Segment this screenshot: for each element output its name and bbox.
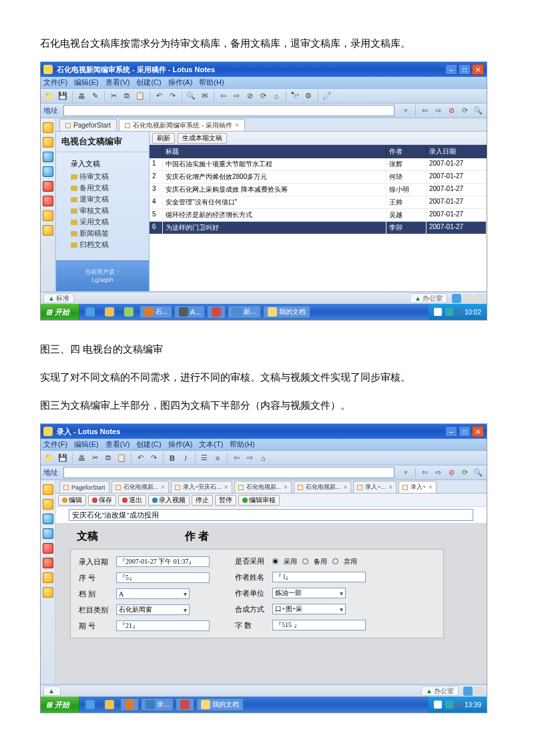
addr-back-icon[interactable]: ⇦: [419, 467, 431, 479]
refresh-button[interactable]: 刷新: [152, 133, 175, 144]
edit-button[interactable]: 编辑: [58, 495, 86, 506]
activity-db4-icon[interactable]: [43, 225, 53, 236]
back-icon[interactable]: ⇦: [217, 90, 229, 102]
quicklaunch[interactable]: [120, 305, 138, 319]
tray-icon[interactable]: [434, 701, 442, 709]
copy-icon[interactable]: ⧉: [102, 452, 114, 464]
addr-fwd-icon[interactable]: ⇨: [432, 467, 444, 479]
align-left-icon[interactable]: ☰: [198, 452, 210, 464]
close-button[interactable]: ✕: [472, 426, 484, 437]
tool-icon[interactable]: ✎: [89, 90, 101, 102]
text-input[interactable]: 『2007-01-27 下午 01:37』: [116, 556, 210, 567]
radio-option[interactable]: [332, 558, 338, 564]
text-input[interactable]: 『 l』: [272, 572, 366, 582]
status-left[interactable]: ▲: [43, 686, 61, 696]
italic-icon[interactable]: I: [180, 452, 192, 464]
nav-item-review[interactable]: 审核文稿: [60, 205, 145, 216]
menu-action[interactable]: 操作(A): [168, 439, 193, 449]
exit-button[interactable]: 退出: [118, 495, 146, 506]
nav-item-pending[interactable]: 待审文稿: [60, 171, 145, 182]
menu-create[interactable]: 创建(C): [136, 77, 161, 87]
start-button[interactable]: ⊞开始: [41, 304, 79, 320]
nav-item-rejected[interactable]: 退审文稿: [60, 194, 145, 205]
table-row[interactable]: 5循环经济是新的经济增长方式吴越2007-01-27: [150, 209, 487, 222]
redo-icon[interactable]: ↷: [148, 452, 160, 464]
home-icon[interactable]: ⌂: [270, 90, 282, 102]
nav-item-backup[interactable]: 备用文稿: [60, 182, 145, 194]
task-app[interactable]: [207, 305, 226, 319]
undo-icon[interactable]: ↶: [153, 90, 165, 102]
text-input[interactable]: 『21』: [116, 620, 210, 631]
menu-action[interactable]: 操作(A): [168, 77, 193, 87]
task-docs[interactable]: 我的文档: [263, 305, 310, 319]
activity-calendar-icon[interactable]: [43, 152, 53, 162]
attach-icon[interactable]: 🧷: [321, 90, 333, 102]
addr-back-icon[interactable]: ⇦: [419, 105, 431, 117]
address-input[interactable]: [63, 467, 394, 478]
menu-view[interactable]: 查看(V): [105, 77, 130, 87]
task-docs[interactable]: 我的文档: [196, 698, 244, 711]
bold-icon[interactable]: B: [166, 452, 178, 464]
headline-input[interactable]: 安庆石化"油改煤"成功投用: [69, 509, 473, 521]
address-input[interactable]: [63, 105, 394, 116]
paste-icon[interactable]: 📋: [115, 452, 127, 464]
activity-icon[interactable]: [43, 499, 53, 510]
status-right[interactable]: ▲办公室: [421, 686, 459, 696]
tab-pageforstart[interactable]: PageforStart: [59, 481, 109, 493]
activity-mail-icon[interactable]: [43, 137, 53, 148]
search-icon[interactable]: 🔍: [185, 90, 197, 102]
menu-view[interactable]: 查看(V): [105, 439, 130, 449]
text-input[interactable]: 『5』: [116, 572, 210, 583]
stop-icon[interactable]: ⊘: [244, 90, 256, 102]
menu-edit[interactable]: 编辑(E): [74, 439, 99, 449]
maximize-button[interactable]: □: [459, 64, 471, 75]
maximize-button[interactable]: □: [459, 426, 471, 437]
paste-icon[interactable]: 📋: [134, 90, 146, 102]
select-input[interactable]: 石化新闻窗: [116, 604, 190, 615]
menu-edit[interactable]: 编辑(E): [74, 77, 99, 87]
print-icon[interactable]: 🖶: [75, 452, 87, 464]
cut-icon[interactable]: ✂: [107, 90, 119, 102]
pause-button[interactable]: 暂停: [215, 495, 236, 506]
tab-current[interactable]: 录入~×: [398, 481, 437, 493]
print-icon[interactable]: 🖶: [75, 90, 87, 102]
activity-icon[interactable]: [43, 572, 53, 583]
task-app[interactable]: 石...: [140, 305, 172, 319]
table-row[interactable]: 6为这样的门卫叫好李卯2007-01-27: [150, 222, 487, 234]
open-icon[interactable]: 📁: [43, 90, 55, 102]
forward-icon[interactable]: ⇨: [230, 90, 242, 102]
home-icon[interactable]: ⌂: [257, 452, 269, 464]
activity-icon[interactable]: [43, 514, 53, 524]
addr-fwd-icon[interactable]: ⇨: [432, 105, 444, 117]
stop-button[interactable]: 停止: [192, 495, 213, 506]
menu-create[interactable]: 创建(C): [136, 439, 161, 449]
mail-icon[interactable]: ✉: [198, 90, 210, 102]
status-right[interactable]: ▲办公室: [410, 293, 447, 303]
addr-stop-icon[interactable]: ⊘: [445, 105, 457, 117]
activity-contacts-icon[interactable]: [43, 166, 53, 177]
record-video-button[interactable]: 录入视频: [148, 495, 190, 506]
menu-file[interactable]: 文件(F): [43, 77, 67, 87]
redo-icon[interactable]: ↷: [166, 90, 178, 102]
radio-option[interactable]: [272, 558, 278, 564]
activity-icon[interactable]: [43, 558, 53, 568]
quicklaunch[interactable]: [101, 305, 118, 319]
task-app[interactable]: 录...: [141, 698, 174, 711]
select-input[interactable]: 口+图+采: [272, 604, 346, 614]
nav-item-archive[interactable]: 归档文稿: [60, 239, 145, 250]
forward-icon[interactable]: ⇨: [244, 452, 256, 464]
table-row[interactable]: 4安全管理"没有任何借口"王帅2007-01-27: [150, 196, 487, 209]
status-left[interactable]: ▲标准: [43, 293, 74, 303]
table-row[interactable]: 2安庆石化增产丙烯创效2800多万元何琰2007-01-27: [150, 171, 487, 184]
tab[interactable]: 石化电视新...×: [294, 481, 351, 493]
align-center-icon[interactable]: ≡: [212, 452, 224, 464]
quicklaunch[interactable]: [81, 305, 99, 319]
back-icon[interactable]: ⇦: [230, 452, 242, 464]
addr-search-icon[interactable]: 🔍: [472, 105, 484, 117]
activity-icon[interactable]: [43, 587, 53, 598]
nav-item-used[interactable]: 采用文稿: [60, 216, 145, 228]
menu-help[interactable]: 帮助(H): [199, 77, 224, 87]
tray-icon[interactable]: [434, 308, 442, 316]
task-app[interactable]: [176, 698, 194, 711]
table-row[interactable]: 3安庆石化网上采购显成效 降本减费抢头筹徐小明2007-01-27: [150, 184, 487, 196]
